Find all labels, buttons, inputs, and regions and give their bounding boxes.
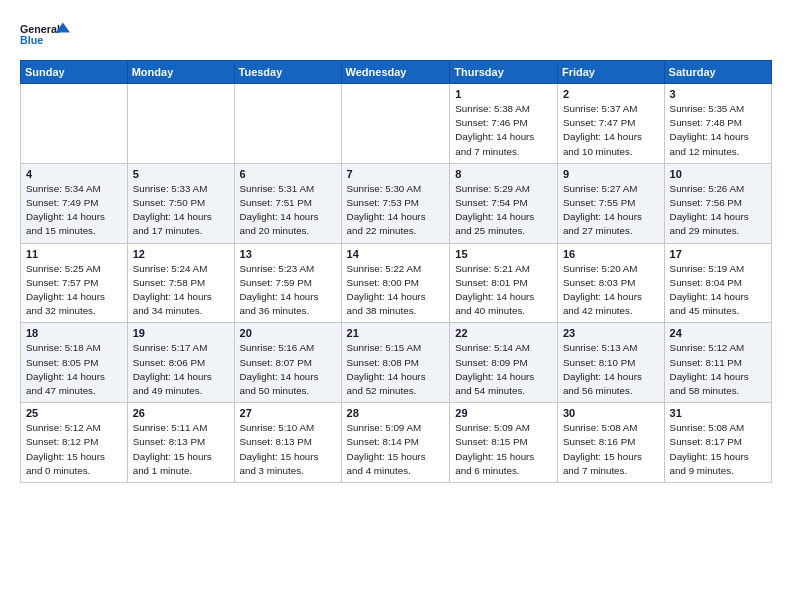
calendar-week-1: 1Sunrise: 5:38 AMSunset: 7:46 PMDaylight… [21,84,772,164]
calendar-cell: 22Sunrise: 5:14 AMSunset: 8:09 PMDayligh… [450,323,558,403]
day-number: 5 [133,168,229,180]
calendar-cell: 7Sunrise: 5:30 AMSunset: 7:53 PMDaylight… [341,163,450,243]
day-detail: Sunrise: 5:18 AMSunset: 8:05 PMDaylight:… [26,341,122,398]
day-detail: Sunrise: 5:27 AMSunset: 7:55 PMDaylight:… [563,182,659,239]
day-number: 30 [563,407,659,419]
calendar-week-4: 18Sunrise: 5:18 AMSunset: 8:05 PMDayligh… [21,323,772,403]
day-detail: Sunrise: 5:10 AMSunset: 8:13 PMDaylight:… [240,421,336,478]
day-number: 10 [670,168,766,180]
calendar-cell: 27Sunrise: 5:10 AMSunset: 8:13 PMDayligh… [234,403,341,483]
calendar: SundayMondayTuesdayWednesdayThursdayFrid… [20,60,772,483]
day-detail: Sunrise: 5:12 AMSunset: 8:11 PMDaylight:… [670,341,766,398]
calendar-header-sunday: Sunday [21,61,128,84]
calendar-cell: 10Sunrise: 5:26 AMSunset: 7:56 PMDayligh… [664,163,771,243]
day-number: 27 [240,407,336,419]
day-number: 28 [347,407,445,419]
calendar-week-5: 25Sunrise: 5:12 AMSunset: 8:12 PMDayligh… [21,403,772,483]
day-detail: Sunrise: 5:35 AMSunset: 7:48 PMDaylight:… [670,102,766,159]
calendar-cell: 28Sunrise: 5:09 AMSunset: 8:14 PMDayligh… [341,403,450,483]
day-number: 17 [670,248,766,260]
day-number: 2 [563,88,659,100]
calendar-cell: 11Sunrise: 5:25 AMSunset: 7:57 PMDayligh… [21,243,128,323]
day-number: 1 [455,88,552,100]
calendar-cell: 29Sunrise: 5:09 AMSunset: 8:15 PMDayligh… [450,403,558,483]
day-number: 19 [133,327,229,339]
calendar-cell: 16Sunrise: 5:20 AMSunset: 8:03 PMDayligh… [557,243,664,323]
day-detail: Sunrise: 5:34 AMSunset: 7:49 PMDaylight:… [26,182,122,239]
day-number: 13 [240,248,336,260]
calendar-cell [21,84,128,164]
day-detail: Sunrise: 5:22 AMSunset: 8:00 PMDaylight:… [347,262,445,319]
day-detail: Sunrise: 5:37 AMSunset: 7:47 PMDaylight:… [563,102,659,159]
calendar-cell [127,84,234,164]
calendar-cell: 9Sunrise: 5:27 AMSunset: 7:55 PMDaylight… [557,163,664,243]
day-detail: Sunrise: 5:12 AMSunset: 8:12 PMDaylight:… [26,421,122,478]
day-detail: Sunrise: 5:21 AMSunset: 8:01 PMDaylight:… [455,262,552,319]
day-number: 29 [455,407,552,419]
day-detail: Sunrise: 5:13 AMSunset: 8:10 PMDaylight:… [563,341,659,398]
day-detail: Sunrise: 5:31 AMSunset: 7:51 PMDaylight:… [240,182,336,239]
calendar-cell: 30Sunrise: 5:08 AMSunset: 8:16 PMDayligh… [557,403,664,483]
logo: General Blue [20,16,70,52]
calendar-cell: 18Sunrise: 5:18 AMSunset: 8:05 PMDayligh… [21,323,128,403]
day-detail: Sunrise: 5:25 AMSunset: 7:57 PMDaylight:… [26,262,122,319]
calendar-cell: 3Sunrise: 5:35 AMSunset: 7:48 PMDaylight… [664,84,771,164]
day-detail: Sunrise: 5:11 AMSunset: 8:13 PMDaylight:… [133,421,229,478]
day-number: 22 [455,327,552,339]
calendar-cell: 25Sunrise: 5:12 AMSunset: 8:12 PMDayligh… [21,403,128,483]
svg-text:Blue: Blue [20,34,43,46]
day-number: 20 [240,327,336,339]
calendar-cell: 5Sunrise: 5:33 AMSunset: 7:50 PMDaylight… [127,163,234,243]
day-detail: Sunrise: 5:20 AMSunset: 8:03 PMDaylight:… [563,262,659,319]
header: General Blue [20,16,772,52]
day-number: 21 [347,327,445,339]
day-detail: Sunrise: 5:17 AMSunset: 8:06 PMDaylight:… [133,341,229,398]
day-number: 8 [455,168,552,180]
calendar-cell: 15Sunrise: 5:21 AMSunset: 8:01 PMDayligh… [450,243,558,323]
day-detail: Sunrise: 5:16 AMSunset: 8:07 PMDaylight:… [240,341,336,398]
calendar-cell: 6Sunrise: 5:31 AMSunset: 7:51 PMDaylight… [234,163,341,243]
calendar-cell: 4Sunrise: 5:34 AMSunset: 7:49 PMDaylight… [21,163,128,243]
calendar-cell: 12Sunrise: 5:24 AMSunset: 7:58 PMDayligh… [127,243,234,323]
day-detail: Sunrise: 5:24 AMSunset: 7:58 PMDaylight:… [133,262,229,319]
day-number: 7 [347,168,445,180]
day-number: 15 [455,248,552,260]
day-number: 16 [563,248,659,260]
day-detail: Sunrise: 5:33 AMSunset: 7:50 PMDaylight:… [133,182,229,239]
calendar-cell: 2Sunrise: 5:37 AMSunset: 7:47 PMDaylight… [557,84,664,164]
day-detail: Sunrise: 5:08 AMSunset: 8:17 PMDaylight:… [670,421,766,478]
day-detail: Sunrise: 5:30 AMSunset: 7:53 PMDaylight:… [347,182,445,239]
day-number: 14 [347,248,445,260]
logo-svg: General Blue [20,16,70,52]
calendar-cell: 24Sunrise: 5:12 AMSunset: 8:11 PMDayligh… [664,323,771,403]
day-detail: Sunrise: 5:09 AMSunset: 8:14 PMDaylight:… [347,421,445,478]
calendar-cell [341,84,450,164]
calendar-cell: 14Sunrise: 5:22 AMSunset: 8:00 PMDayligh… [341,243,450,323]
day-number: 18 [26,327,122,339]
day-number: 25 [26,407,122,419]
calendar-cell: 21Sunrise: 5:15 AMSunset: 8:08 PMDayligh… [341,323,450,403]
calendar-week-2: 4Sunrise: 5:34 AMSunset: 7:49 PMDaylight… [21,163,772,243]
svg-text:General: General [20,23,60,35]
calendar-week-3: 11Sunrise: 5:25 AMSunset: 7:57 PMDayligh… [21,243,772,323]
day-number: 4 [26,168,122,180]
calendar-header-friday: Friday [557,61,664,84]
day-detail: Sunrise: 5:14 AMSunset: 8:09 PMDaylight:… [455,341,552,398]
calendar-cell: 26Sunrise: 5:11 AMSunset: 8:13 PMDayligh… [127,403,234,483]
calendar-cell [234,84,341,164]
day-number: 12 [133,248,229,260]
calendar-header-tuesday: Tuesday [234,61,341,84]
calendar-cell: 13Sunrise: 5:23 AMSunset: 7:59 PMDayligh… [234,243,341,323]
day-number: 26 [133,407,229,419]
calendar-cell: 31Sunrise: 5:08 AMSunset: 8:17 PMDayligh… [664,403,771,483]
calendar-cell: 8Sunrise: 5:29 AMSunset: 7:54 PMDaylight… [450,163,558,243]
day-number: 9 [563,168,659,180]
calendar-cell: 1Sunrise: 5:38 AMSunset: 7:46 PMDaylight… [450,84,558,164]
day-detail: Sunrise: 5:26 AMSunset: 7:56 PMDaylight:… [670,182,766,239]
day-detail: Sunrise: 5:15 AMSunset: 8:08 PMDaylight:… [347,341,445,398]
calendar-cell: 19Sunrise: 5:17 AMSunset: 8:06 PMDayligh… [127,323,234,403]
day-number: 23 [563,327,659,339]
calendar-cell: 23Sunrise: 5:13 AMSunset: 8:10 PMDayligh… [557,323,664,403]
calendar-cell: 20Sunrise: 5:16 AMSunset: 8:07 PMDayligh… [234,323,341,403]
day-detail: Sunrise: 5:19 AMSunset: 8:04 PMDaylight:… [670,262,766,319]
